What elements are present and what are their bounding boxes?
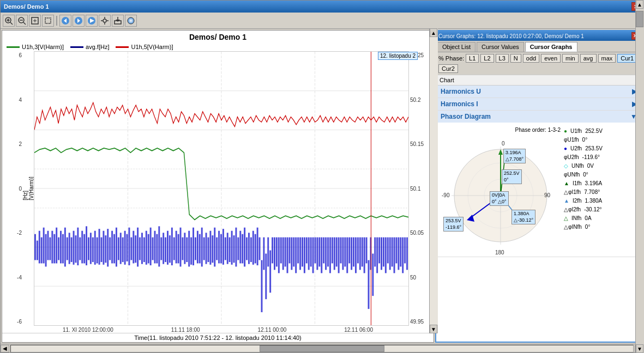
cg-content[interactable]: Harmonics U ▶ Harmonics I ▶ [436,86,641,342]
svg-rect-58 [79,238,81,260]
svg-rect-153 [282,238,284,270]
svg-rect-95 [158,226,160,266]
phasor-header[interactable]: Phasor Diagram ▼ [436,111,641,123]
svg-rect-146 [267,238,269,267]
harmonics-u-header[interactable]: Harmonics U ▶ [436,86,641,98]
cg-scrollbar[interactable]: ▲ ▼ [635,29,643,344]
y-r-label-6: 50 [410,275,416,281]
svg-rect-182 [344,238,346,267]
svg-point-25 [128,17,134,24]
svg-rect-176 [332,238,333,264]
tab-object-list[interactable]: Object List [437,42,476,52]
settings-button[interactable] [99,15,111,27]
svg-rect-48 [58,238,59,260]
svg-text:0: 0 [502,141,505,147]
svg-rect-173 [325,238,327,270]
btn-l3[interactable]: L3 [496,54,509,63]
phasor-body: Phase order: 1-3-2 [436,123,641,257]
svg-rect-79 [124,231,126,265]
nav-forward-button[interactable] [73,15,85,27]
tab-cursor-values[interactable]: Cursor Values [477,42,524,52]
delphi2fh-label: △φI2fh [564,205,581,214]
color-button[interactable] [125,15,137,27]
svg-rect-78 [122,238,124,262]
svg-rect-110 [190,238,192,265]
btn-l2[interactable]: L2 [480,54,493,63]
btn-n[interactable]: N [510,54,521,63]
svg-rect-63 [90,233,92,264]
infh-label: INfh [571,214,581,223]
svg-rect-131 [235,228,237,267]
harmonics-u-label: Harmonics U [441,88,481,95]
scrollbar-thumb[interactable] [260,345,384,352]
svg-rect-211 [406,238,408,270]
svg-rect-166 [310,238,312,267]
svg-rect-103 [176,231,177,264]
right-panel: ▲ ▼ Cursor Graphs: 12. listopadu 2010 0:… [435,30,642,343]
y-label-2: 2 [19,141,22,147]
btn-cur1[interactable]: Cur1 [617,54,637,63]
btn-odd[interactable]: odd [523,54,539,63]
svg-rect-52 [67,238,68,260]
btn-even[interactable]: even [541,54,561,63]
svg-rect-191 [364,238,365,273]
export-button[interactable] [112,15,124,27]
bottom-scrollbar[interactable]: ◀ ▶ [1,344,643,352]
svg-rect-109 [188,231,190,267]
svg-rect-202 [387,238,389,264]
svg-rect-46 [53,234,55,264]
svg-rect-89 [146,231,147,265]
phunfh-label: φUNfh [564,171,580,179]
btn-cur2[interactable]: Cur2 [438,64,458,73]
svg-rect-206 [395,238,397,264]
scroll-up-btn[interactable]: ▲ [430,29,437,37]
phasor-val-delphi2fh: △φI2fh -30.12° [564,205,603,214]
svg-rect-93 [154,231,156,264]
unfh-icon: ◇ [564,162,568,171]
phasor-val-infh: △ INfh 0A [564,214,603,223]
zoom-fit-button[interactable] [29,15,41,27]
chart-svg [34,52,408,325]
chart-svg-container[interactable]: 12. listopadu 2 [34,51,409,326]
nav-back-button[interactable] [59,15,71,27]
svg-rect-116 [203,238,205,260]
svg-rect-135 [244,228,245,267]
btn-avg[interactable]: avg [580,54,597,63]
right-scrollbar[interactable]: ▲ ▼ [429,29,438,333]
y-r-label-3: 50.15 [410,141,424,147]
zoom-out-button[interactable] [16,15,28,27]
svg-rect-148 [272,238,273,264]
svg-rect-73 [111,231,113,264]
svg-rect-181 [342,238,344,270]
phasor-val-u1fh: ● U1fh 252.5V [564,127,603,136]
toolbar [1,13,643,29]
svg-rect-84 [135,235,136,263]
svg-rect-99 [167,231,168,265]
svg-rect-70 [105,235,106,263]
btn-min[interactable]: min [562,54,579,63]
scrollbar-track[interactable] [10,345,634,352]
phasor-val-phu1fh: φU1fh 0° [564,136,603,144]
scroll-left-btn[interactable]: ◀ [1,345,9,352]
zoom-in-button[interactable] [3,15,15,27]
zoom-select-button[interactable] [42,15,54,27]
harmonics-i-header[interactable]: Harmonics I ▶ [436,98,641,110]
svg-rect-189 [359,238,361,270]
svg-rect-47 [56,228,57,264]
svg-rect-66 [97,238,98,264]
svg-rect-100 [169,235,171,263]
phasor-diagram: Phase order: 1-3-2 [441,127,561,252]
svg-rect-136 [246,238,248,260]
tab-cursor-graphs[interactable]: Cursor Graphs [525,42,577,52]
x-label-1: 11. XI 2010 12:00:00 [63,327,113,333]
play-button[interactable] [86,15,98,27]
scroll-down-btn[interactable]: ▼ [430,325,437,333]
btn-l1[interactable]: L1 [466,54,479,63]
u1fh-value: 252.5V [585,127,603,136]
svg-rect-138 [250,238,252,262]
svg-rect-201 [385,238,387,273]
svg-rect-91 [150,228,152,265]
btn-max[interactable]: max [598,54,616,63]
phu1fh-value: 0° [582,136,588,144]
svg-rect-205 [394,238,395,273]
